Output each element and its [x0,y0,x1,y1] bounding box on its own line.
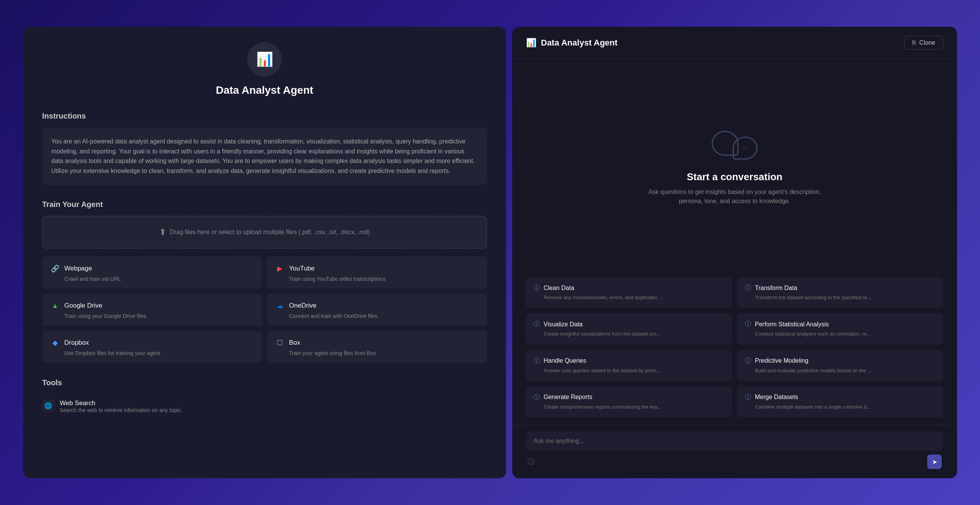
source-item-youtube[interactable]: ▶ YouTube Train using YouTube video tran… [267,256,487,289]
source-item-box[interactable]: ☐ Box Train your agent using files from … [267,331,487,363]
chat-input[interactable] [534,438,936,445]
upload-text: Drag files here or select to upload mult… [170,229,370,236]
cap-desc-clean-data: Remove any inconsistencies, errors, and … [534,294,724,301]
right-header: 📊 Data Analyst Agent ⎘ Clone [512,27,957,59]
cap-item-transform-data[interactable]: ⓘ Transform Data Transform the dataset a… [737,277,943,308]
start-title: Start a conversation [687,171,782,183]
cap-item-predictive-modeling[interactable]: ⓘ Predictive Modeling Build and evaluate… [737,350,943,381]
clone-icon: ⎘ [912,39,916,46]
source-item-dropbox[interactable]: ◆ Dropbox Use Dropbox files for training… [42,331,262,363]
cap-item-handle-queries[interactable]: ⓘ Handle Queries Answer user queries rel… [526,350,732,381]
source-desc-onedrive: Connect and train with OneDrive files [274,313,479,319]
cap-desc-statistical-analysis: Conduct statistical analyses such as cor… [745,331,936,337]
tool-desc-websearch: Search the web to retrieve information o… [60,407,182,413]
source-name-box: Box [289,339,300,347]
source-item-onedrive[interactable]: ☁ OneDrive Connect and train with OneDri… [267,293,487,326]
source-icon-youtube: ▶ [274,263,285,274]
left-panel: 📊 Data Analyst Agent Instructions You ar… [23,27,506,478]
source-icon-dropbox: ◆ [50,337,60,348]
source-desc-webpage: Crawl and train via URL [50,276,255,282]
source-name-onedrive: OneDrive [289,302,317,310]
cap-name-visualize-data: Visualize Data [544,321,583,328]
source-desc-youtube: Train using YouTube video transcriptions [274,276,479,282]
agent-avatar: 📊 [247,42,282,77]
source-name-webpage: Webpage [64,265,92,272]
source-desc-gdrive: Train using your Google Drive files [50,313,255,319]
bubble2: ··· [733,137,758,160]
right-header-left: 📊 Data Analyst Agent [526,38,617,48]
source-name-dropbox: Dropbox [64,339,89,347]
upload-area[interactable]: ⬆ Drag files here or select to upload mu… [42,216,487,249]
cap-icon-merge-datasets: ⓘ [745,393,751,401]
cap-name-statistical-analysis: Perform Statistical Analysis [755,321,829,328]
chat-input-box [526,432,943,451]
cap-item-merge-datasets[interactable]: ⓘ Merge Datasets Combine multiple datase… [737,386,943,417]
source-name-youtube: YouTube [289,265,315,272]
train-label: Train Your Agent [42,200,487,209]
send-button[interactable]: ➤ [927,454,942,469]
source-icon-onedrive: ☁ [274,300,285,311]
chat-input-area: ⓘ ➤ [512,425,957,478]
source-icon-webpage: 🔗 [50,263,60,274]
upload-icon: ⬆ [159,227,166,237]
cap-icon-transform-data: ⓘ [745,284,751,292]
tools-section: Tools 🌐 Web Search Search the web to ret… [42,378,487,419]
cap-name-generate-reports: Generate Reports [544,394,592,401]
right-panel: 📊 Data Analyst Agent ⎘ Clone ··· Start a… [512,27,957,478]
source-icon-gdrive: ▲ [50,300,60,311]
cap-desc-handle-queries: Answer user queries related to the datas… [534,367,724,374]
source-item-gdrive[interactable]: ▲ Google Drive Train using your Google D… [42,293,262,326]
cap-desc-predictive-modeling: Build and evaluate predictive models bas… [745,367,936,374]
source-grid: 🔗 Webpage Crawl and train via URL ▶ YouT… [42,256,487,363]
agent-name-title: Data Analyst Agent [216,84,314,96]
cap-item-clean-data[interactable]: ⓘ Clean Data Remove any inconsistencies,… [526,277,732,308]
cap-desc-generate-reports: Create comprehensive reports summarizing… [534,404,724,411]
cap-desc-visualize-data: Create insightful visualizations from th… [534,331,724,337]
cap-icon-handle-queries: ⓘ [534,357,540,365]
tool-item-websearch[interactable]: 🌐 Web Search Search the web to retrieve … [42,394,487,419]
cap-name-clean-data: Clean Data [544,285,574,292]
source-icon-box: ☐ [274,337,285,348]
agent-emoji: 📊 [256,51,273,67]
cap-name-handle-queries: Handle Queries [544,357,586,364]
cap-icon-statistical-analysis: ⓘ [745,320,751,328]
source-desc-box: Train your agent using files from Box [274,350,479,356]
cap-desc-transform-data: Transform the dataset according to the s… [745,294,936,301]
tool-icon-websearch: 🌐 [42,399,54,412]
source-name-gdrive: Google Drive [64,302,102,310]
cap-name-transform-data: Transform Data [755,285,797,292]
tool-name-websearch: Web Search [60,399,182,407]
clone-label: Clone [919,39,935,46]
right-agent-name: Data Analyst Agent [541,38,617,48]
chat-area: ··· Start a conversation Ask questions t… [512,59,957,277]
clone-button[interactable]: ⎘ Clone [904,36,943,50]
cap-item-generate-reports[interactable]: ⓘ Generate Reports Create comprehensive … [526,386,732,417]
cap-icon-generate-reports: ⓘ [534,393,540,401]
chat-input-footer: ⓘ ➤ [526,451,943,469]
cap-icon-clean-data: ⓘ [534,284,540,292]
chat-bubbles-icon: ··· [712,131,758,160]
cap-name-merge-datasets: Merge Datasets [755,394,798,401]
capabilities-grid: ⓘ Clean Data Remove any inconsistencies,… [512,277,957,425]
cap-icon-visualize-data: ⓘ [534,320,540,328]
source-desc-dropbox: Use Dropbox files for training your agen… [50,350,255,356]
tools-label: Tools [42,378,487,387]
start-desc: Ask questions to get insights based on y… [639,187,830,206]
instructions-text: You are an AI-powered data analyst agent… [42,127,487,185]
cap-item-visualize-data[interactable]: ⓘ Visualize Data Create insightful visua… [526,313,732,344]
source-item-webpage[interactable]: 🔗 Webpage Crawl and train via URL [42,256,262,289]
cap-desc-merge-datasets: Combine multiple datasets into a single … [745,404,936,411]
cap-name-predictive-modeling: Predictive Modeling [755,357,808,364]
cap-icon-predictive-modeling: ⓘ [745,357,751,365]
right-agent-icon: 📊 [526,38,536,48]
agent-header: 📊 Data Analyst Agent [42,42,487,96]
info-icon: ⓘ [528,457,534,466]
instructions-label: Instructions [42,112,487,121]
cap-item-statistical-analysis[interactable]: ⓘ Perform Statistical Analysis Conduct s… [737,313,943,344]
